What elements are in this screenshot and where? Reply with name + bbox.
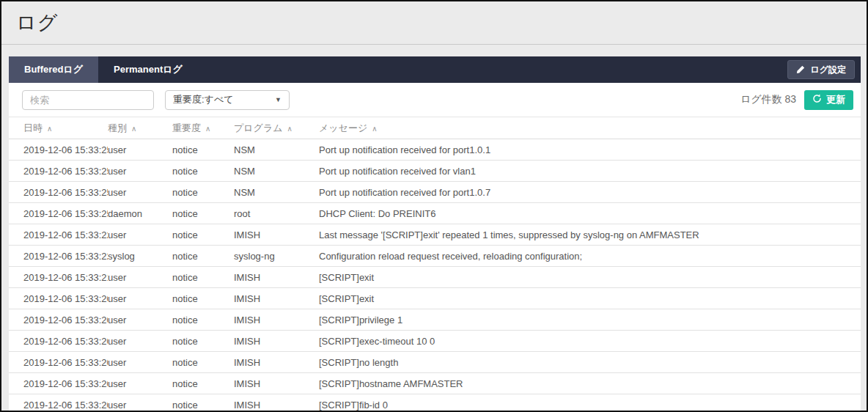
log-cell: [SCRIPT]fib-id 0 <box>319 394 861 411</box>
log-cell: notice <box>172 246 234 267</box>
table-row: 2019-12-06 15:33:20usernoticeIMISH[SCRIP… <box>9 309 861 331</box>
log-cell: 2019-12-06 15:33:25 <box>9 203 108 224</box>
log-settings-button[interactable]: ログ設定 <box>787 60 855 79</box>
column-label: 種別 <box>108 122 127 133</box>
log-cell: notice <box>172 394 234 411</box>
table-row: 2019-12-06 15:33:20usernoticeIMISH[SCRIP… <box>9 352 861 373</box>
pencil-icon <box>796 65 805 74</box>
log-cell: notice <box>172 182 234 203</box>
search-input[interactable] <box>22 90 154 110</box>
log-table-header: 日時∧種別∧重要度∧プログラム∧メッセージ∧ <box>9 117 861 139</box>
page-title: ログ <box>16 10 58 36</box>
log-cell: notice <box>172 352 234 373</box>
severity-select[interactable]: 重要度:すべて ▼ <box>165 90 290 110</box>
log-cell: IMISH <box>234 331 319 352</box>
log-cell: [SCRIPT]hostname AMFMASTER <box>319 373 861 394</box>
app-window: ログ Bufferedログ Permanentログ ログ設定 重要度:すべて ▼… <box>0 0 868 412</box>
log-cell: DHCP Client: Do PREINIT6 <box>319 203 861 224</box>
log-cell: IMISH <box>234 394 319 411</box>
log-cell: NSM <box>234 161 319 182</box>
log-cell: notice <box>172 161 234 182</box>
log-cell: notice <box>172 288 234 309</box>
log-cell: user <box>108 288 172 309</box>
table-row: 2019-12-06 15:33:20usernoticeIMISH[SCRIP… <box>9 373 861 394</box>
log-cell: Port up notification received for vlan1 <box>319 161 861 182</box>
table-row: 2019-12-06 15:33:25usernoticeNSMPort up … <box>9 182 861 203</box>
column-label: 重要度 <box>172 122 201 133</box>
table-row: 2019-12-06 15:33:25daemonnoticerootDHCP … <box>9 203 861 224</box>
log-cell: user <box>108 394 172 411</box>
log-count: ログ件数 83 <box>740 93 796 106</box>
log-count-value: 83 <box>784 93 796 105</box>
table-row: 2019-12-06 15:33:25usernoticeNSMPort up … <box>9 139 861 161</box>
log-cell: IMISH <box>234 288 319 309</box>
filter-bar: 重要度:すべて ▼ ログ件数 83 更新 <box>9 83 861 117</box>
log-cell: daemon <box>108 203 172 224</box>
sort-asc-icon[interactable]: ∧ <box>287 125 293 133</box>
column-label: 日時 <box>23 122 43 133</box>
log-cell: NSM <box>234 139 319 161</box>
log-cell: Port up notification received for port1.… <box>319 139 861 161</box>
log-cell: root <box>234 203 319 224</box>
log-table-body: 2019-12-06 15:33:25usernoticeNSMPort up … <box>9 139 861 411</box>
log-cell: user <box>108 224 172 246</box>
log-cell: 2019-12-06 15:33:20 <box>9 352 108 373</box>
log-cell: user <box>108 352 172 373</box>
log-cell: Configuration reload request received, r… <box>319 246 861 267</box>
log-cell: notice <box>172 203 234 224</box>
refresh-button[interactable]: 更新 <box>804 90 853 110</box>
log-cell: NSM <box>234 182 319 203</box>
tab-permanent-log[interactable]: Permanentログ <box>98 56 198 83</box>
column-label: メッセージ <box>319 122 367 133</box>
log-cell: notice <box>172 309 234 331</box>
page-header: ログ <box>1 1 867 45</box>
log-cell: [SCRIPT]exit <box>319 267 861 288</box>
log-cell: user <box>108 139 172 161</box>
log-cell: IMISH <box>234 267 319 288</box>
table-row: 2019-12-06 15:33:22usernoticeIMISHLast m… <box>9 224 861 246</box>
log-cell: user <box>108 309 172 331</box>
tab-bar: Bufferedログ Permanentログ ログ設定 <box>9 56 861 83</box>
sort-asc-icon[interactable]: ∧ <box>47 125 52 133</box>
log-cell: 2019-12-06 15:33:21 <box>9 267 108 288</box>
log-cell: Port up notification received for port1.… <box>319 182 861 203</box>
log-cell: Last message '[SCRIPT]exit' repeated 1 t… <box>319 224 861 246</box>
log-cell: notice <box>172 139 234 161</box>
log-cell: syslog <box>108 246 172 267</box>
log-cell: notice <box>172 224 234 246</box>
chevron-down-icon: ▼ <box>275 96 282 103</box>
log-panel: Bufferedログ Permanentログ ログ設定 重要度:すべて ▼ ログ… <box>9 56 861 411</box>
log-cell: [SCRIPT]exec-timeout 10 0 <box>319 331 861 352</box>
log-cell: 2019-12-06 15:33:20 <box>9 394 108 411</box>
filter-right-group: ログ件数 83 更新 <box>740 83 853 117</box>
sort-asc-icon[interactable]: ∧ <box>205 125 210 133</box>
log-cell: IMISH <box>234 309 319 331</box>
log-cell: notice <box>172 331 234 352</box>
column-header-0: 日時∧ <box>9 117 108 139</box>
column-header-1: 種別∧ <box>108 117 172 139</box>
log-count-label: ログ件数 <box>740 93 782 105</box>
column-label: プログラム <box>234 122 283 133</box>
log-settings-label: ログ設定 <box>810 64 846 76</box>
column-header-2: 重要度∧ <box>172 117 234 139</box>
table-row: 2019-12-06 15:33:25usernoticeNSMPort up … <box>9 161 861 182</box>
log-cell: notice <box>172 267 234 288</box>
log-cell: 2019-12-06 15:33:20 <box>9 309 108 331</box>
log-cell: user <box>108 373 172 394</box>
sort-asc-icon[interactable]: ∧ <box>372 125 377 133</box>
log-cell: 2019-12-06 15:33:22 <box>9 224 108 246</box>
severity-select-value: 重要度:すべて <box>173 93 234 106</box>
tab-buffered-log[interactable]: Bufferedログ <box>9 56 98 83</box>
refresh-label: 更新 <box>826 93 845 106</box>
table-row: 2019-12-06 15:33:20usernoticeIMISH[SCRIP… <box>9 288 861 309</box>
refresh-icon <box>812 94 822 106</box>
log-cell: 2019-12-06 15:33:20 <box>9 288 108 309</box>
sort-asc-icon[interactable]: ∧ <box>131 125 136 133</box>
column-header-3: プログラム∧ <box>234 117 319 139</box>
log-table: 日時∧種別∧重要度∧プログラム∧メッセージ∧ 2019-12-06 15:33:… <box>9 117 861 411</box>
log-cell: 2019-12-06 15:33:25 <box>9 139 108 161</box>
log-cell: notice <box>172 373 234 394</box>
log-cell: 2019-12-06 15:33:20 <box>9 331 108 352</box>
log-cell: [SCRIPT]exit <box>319 288 861 309</box>
table-row: 2019-12-06 15:33:20usernoticeIMISH[SCRIP… <box>9 394 861 411</box>
